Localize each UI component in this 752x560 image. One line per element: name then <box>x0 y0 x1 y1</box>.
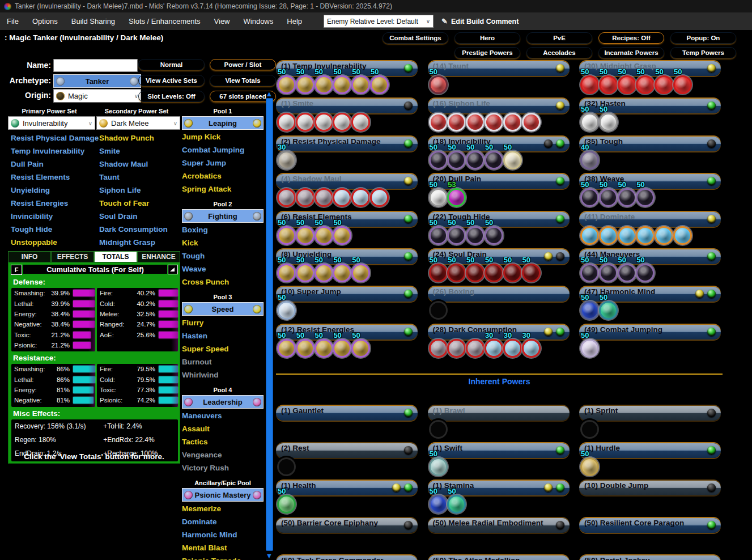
power-led[interactable] <box>556 521 564 529</box>
power-slot[interactable] <box>277 105 296 133</box>
power-slot[interactable]: 50 <box>580 181 600 208</box>
power-slot[interactable] <box>599 219 618 246</box>
origin-select[interactable]: Magic ∨ <box>53 89 141 103</box>
powerlist-item-combat-jumping[interactable]: Combat Jumping <box>182 143 264 156</box>
menu-build-sharing[interactable]: Build Sharing <box>65 12 122 30</box>
power-slot[interactable]: 50 <box>296 332 315 359</box>
power-led[interactable] <box>404 215 413 223</box>
tab-totals[interactable]: TOTALS <box>94 251 137 262</box>
pool-select-leadership[interactable]: Leadership <box>182 395 264 409</box>
pool-select-leaping[interactable]: Leaping <box>182 116 264 130</box>
power-slot[interactable]: 50 <box>618 181 637 208</box>
power-slot[interactable] <box>447 332 466 359</box>
powerlist-item-weave[interactable]: Weave <box>182 262 264 275</box>
menu-help[interactable]: Help <box>280 12 309 30</box>
power-led[interactable] <box>404 252 413 261</box>
powerlist-item-tactics[interactable]: Tactics <box>182 435 264 448</box>
power-slot[interactable]: 50 <box>277 294 296 321</box>
power-slot[interactable] <box>277 450 296 477</box>
power-led[interactable] <box>544 252 553 261</box>
power-slot[interactable]: 50 <box>580 294 600 321</box>
powerlist-item-shadow-punch[interactable]: Shadow Punch <box>99 131 168 145</box>
scroll-up-icon[interactable]: ▲ <box>265 91 274 97</box>
power-slot[interactable]: 50 <box>277 487 296 515</box>
power-led[interactable] <box>556 177 564 185</box>
power-bar[interactable]: (1) Hurdle <box>579 443 721 458</box>
power-slot[interactable]: 50 <box>466 143 485 171</box>
power-slot[interactable]: 50 <box>599 105 618 133</box>
power-bar[interactable]: (10) Super Jump <box>276 287 418 302</box>
power-led[interactable] <box>404 328 413 336</box>
power-slot[interactable] <box>315 105 334 133</box>
tab-effects[interactable]: EFFECTS <box>51 251 94 262</box>
archetype-select[interactable]: Tanker <box>53 74 141 88</box>
power-slot[interactable]: 50 <box>315 219 334 246</box>
power-bar[interactable]: (1) Brawl <box>428 406 570 421</box>
power-slot[interactable]: 50 <box>277 219 296 246</box>
powerlist-item-harmonic-mind[interactable]: Harmonic Mind <box>182 528 264 541</box>
power-bar[interactable]: (50) Resilient Core Paragon <box>579 518 721 533</box>
power-slot[interactable]: 53 <box>447 181 466 208</box>
view-totals-button[interactable]: View Totals <box>210 75 276 86</box>
power-slot[interactable]: 50 <box>429 68 448 95</box>
pool-select-speed[interactable]: Speed <box>182 302 264 316</box>
name-input[interactable] <box>53 59 138 72</box>
power-slot[interactable]: 30 <box>522 332 541 359</box>
powerlist-item-dark-consumption[interactable]: Dark Consumption <box>99 223 168 236</box>
power-slot[interactable]: 50 <box>277 332 296 359</box>
power-bar[interactable]: (50) The Atlas Medallion <box>428 555 570 560</box>
powerlist-item-cross-punch[interactable]: Cross Punch <box>182 275 264 289</box>
power-slot[interactable] <box>429 413 448 440</box>
powerlist-item-boxing[interactable]: Boxing <box>182 223 264 236</box>
power-slot[interactable]: 50 <box>599 68 618 95</box>
power-slot[interactable]: 50 <box>673 68 692 95</box>
power-slot[interactable] <box>522 105 541 133</box>
powerlist-item-whirlwind[interactable]: Whirlwind <box>182 368 264 381</box>
accolades-button[interactable]: Accolades <box>526 47 592 58</box>
power-led[interactable] <box>556 252 564 261</box>
powerlist-item-siphon-life[interactable]: Siphon Life <box>99 184 168 197</box>
power-slot[interactable]: 50 <box>580 68 600 95</box>
prestige-powers-button[interactable]: Prestige Powers <box>454 47 520 58</box>
power-slot[interactable] <box>655 219 674 246</box>
power-bar[interactable]: (50) Portal Jockey <box>579 555 721 560</box>
power-led[interactable] <box>544 328 553 336</box>
power-slot[interactable] <box>466 332 485 359</box>
power-slot[interactable]: 50 <box>503 256 522 283</box>
font-button[interactable]: F <box>11 265 22 275</box>
power-bar[interactable]: (2) Resist Physical Damage <box>276 137 418 151</box>
power-slot[interactable]: 30 <box>485 332 504 359</box>
power-led[interactable] <box>707 177 716 185</box>
power-slot[interactable]: 50 <box>466 219 485 246</box>
powerlist-item-taunt[interactable]: Taunt <box>99 171 168 184</box>
power-led[interactable] <box>707 139 716 148</box>
power-slot[interactable] <box>485 105 504 133</box>
powerlist-item-shadow-maul[interactable]: Shadow Maul <box>99 158 168 171</box>
edit-build-comment-button[interactable]: ✎ Edit Build Comment <box>441 17 519 26</box>
powerlist-item-tough[interactable]: Tough <box>182 249 264 262</box>
powerlist-item-temp-invulnerability[interactable]: Temp Invulnerability <box>11 145 99 158</box>
power-slot[interactable]: 50 <box>485 219 504 246</box>
power-slot[interactable] <box>580 413 600 440</box>
view-active-sets-button[interactable]: View Active Sets <box>138 75 205 86</box>
normal-button[interactable]: Normal <box>138 59 205 70</box>
power-bar[interactable]: (1) Sprint <box>579 406 721 421</box>
power-bar[interactable]: (1) Swift <box>428 443 570 458</box>
power-slot[interactable]: 50 <box>315 256 334 283</box>
power-slot[interactable]: 50 <box>636 181 655 208</box>
power-slot[interactable] <box>296 181 315 208</box>
power-bar[interactable]: (50) Barrier Core Epiphany <box>276 518 418 533</box>
menu-view[interactable]: View <box>207 12 237 30</box>
power-slot[interactable]: 50 <box>429 256 448 283</box>
power-led[interactable] <box>556 139 564 148</box>
power-slot[interactable] <box>618 219 637 246</box>
power-slot[interactable]: 50 <box>277 68 296 95</box>
power-slot[interactable]: 50 <box>296 256 315 283</box>
power-slot[interactable]: 50 <box>466 256 485 283</box>
power-slot[interactable]: 50 <box>429 181 448 208</box>
powerlist-item-midnight-grasp[interactable]: Midnight Grasp <box>99 236 168 249</box>
power-slot[interactable]: 50 <box>277 256 296 283</box>
power-slot[interactable]: 50 <box>618 68 637 95</box>
incarnate-powers-button[interactable]: Incarnate Powers <box>598 47 664 58</box>
power-slot[interactable]: 50 <box>503 143 522 171</box>
